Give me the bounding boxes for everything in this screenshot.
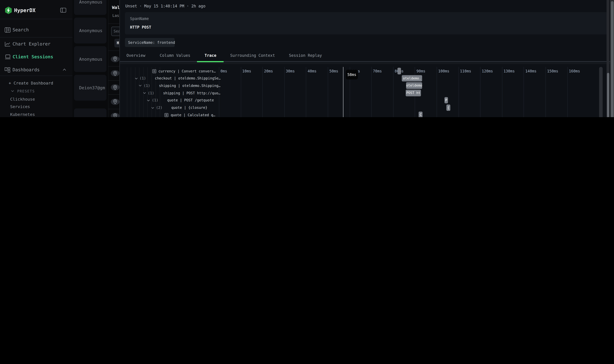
trace-row-label[interactable]: quote | POST /getquote bbox=[167, 98, 214, 102]
mini-divider bbox=[108, 51, 119, 51]
trace-row[interactable]: (2)quote | {closure} bbox=[125, 104, 598, 111]
spanname-label: SpanName bbox=[130, 16, 149, 21]
location-pin-icon bbox=[111, 70, 119, 77]
session-card[interactable]: Anonymous bbox=[74, 46, 106, 72]
client-sessions-icon bbox=[5, 54, 11, 59]
chevron-down-icon[interactable] bbox=[151, 107, 154, 109]
spanname-card bbox=[125, 12, 608, 34]
presets-label: PRESETS bbox=[17, 89, 35, 93]
session-detail-subtitle: Las bbox=[112, 13, 119, 18]
waterfall-scrollbar-track[interactable] bbox=[599, 67, 603, 117]
chevron-down-icon[interactable] bbox=[139, 85, 142, 87]
timeline-event-row[interactable] bbox=[108, 95, 119, 109]
sidebar-divider bbox=[0, 19, 72, 19]
trace-row-label[interactable]: quote | {closure} bbox=[171, 106, 207, 110]
chevron-up-icon bbox=[63, 68, 66, 71]
sidebar-item-search[interactable]: Search bbox=[5, 26, 69, 34]
tab-underline-track bbox=[119, 61, 614, 62]
sidebar-item-clickhouse[interactable]: Clickhouse bbox=[10, 97, 35, 101]
mini-search-placeholder: Sea bbox=[114, 29, 120, 33]
trace-span-bar[interactable]: POST ht bbox=[406, 90, 421, 96]
tab-surrounding-context[interactable]: Surrounding Context bbox=[230, 53, 275, 58]
chevron-down-icon[interactable] bbox=[147, 99, 150, 101]
timeline-event-row[interactable] bbox=[108, 80, 119, 95]
sidebar-item-label: Dashboards bbox=[13, 67, 39, 73]
session-card-user: Anonymous bbox=[79, 0, 103, 5]
tabs-divider bbox=[119, 64, 614, 64]
trace-row-label[interactable]: currency | Convert convers… bbox=[158, 69, 216, 73]
trace-row[interactable]: (1)shipping | oteldemo.Shipping… bbox=[125, 82, 598, 89]
event-meta: Unset · May 15 1:40:14 PM · 2h ago bbox=[125, 4, 206, 8]
trace-row-count: (2) bbox=[156, 106, 162, 110]
hyperdx-logo-icon bbox=[5, 7, 12, 14]
sidebar-item-label: Client Sessions bbox=[13, 54, 53, 60]
spanname-value: HTTP POST bbox=[130, 25, 151, 29]
page-scrollbar-thumb[interactable] bbox=[611, 1, 614, 117]
trace-row-count: (1) bbox=[144, 84, 150, 88]
sidebar-item-label: Search bbox=[13, 27, 29, 32]
mini-tab-label[interactable]: H bbox=[117, 41, 119, 45]
trace-row-count: (1) bbox=[148, 91, 154, 95]
trace-span-bar[interactable] bbox=[397, 68, 401, 74]
brand-title[interactable]: HyperDX bbox=[14, 7, 36, 13]
session-card[interactable]: Anonymous bbox=[74, 18, 106, 43]
session-detail-title: Wal bbox=[112, 5, 120, 10]
location-pin-icon bbox=[111, 56, 119, 62]
trace-span-bar[interactable]: P bbox=[444, 97, 448, 104]
sidebar-item-kubernetes[interactable]: Kubernetes bbox=[10, 112, 35, 117]
trace-row-count: (1) bbox=[152, 98, 158, 102]
tab-column-values[interactable]: Column Values bbox=[160, 53, 190, 58]
chart-explorer-icon bbox=[5, 41, 11, 46]
trace-row-label[interactable]: shipping | POST http://quo… bbox=[163, 91, 221, 95]
trace-row[interactable]: (1)quote | POST /getquote bbox=[125, 97, 598, 104]
tab-session-replay[interactable]: Session Replay bbox=[289, 53, 322, 58]
sidebar-item-label: Chart Explorer bbox=[13, 41, 50, 47]
tab-overview[interactable]: Overview bbox=[127, 53, 145, 58]
sidebar-item-dashboards[interactable]: Dashboards bbox=[5, 66, 69, 74]
collapse-sidebar-icon[interactable] bbox=[60, 8, 66, 13]
trace-row-label[interactable]: checkout | oteldemo.ShippingSe… bbox=[155, 77, 221, 80]
session-card[interactable]: Walton9@ho bbox=[74, 108, 106, 117]
location-pin-icon bbox=[111, 84, 119, 91]
session-card[interactable]: Deion37@gm bbox=[74, 75, 106, 101]
session-card-user: Anonymous bbox=[79, 28, 103, 33]
location-pin-icon bbox=[111, 113, 119, 117]
trace-span-bar[interactable]: C bbox=[419, 112, 423, 117]
hyperdx-app: HyperDX SearchChart ExplorerClient Sessi… bbox=[0, 0, 614, 117]
mini-divider bbox=[108, 24, 119, 24]
chevron-down-icon[interactable] bbox=[143, 92, 146, 94]
chevron-down-icon[interactable] bbox=[134, 78, 138, 79]
trace-span-bar[interactable]: { bbox=[446, 104, 450, 111]
sidebar-item-services[interactable]: Services bbox=[10, 104, 30, 109]
tab-trace[interactable]: Trace bbox=[205, 53, 216, 58]
sidebar-item-chart-explorer[interactable]: Chart Explorer bbox=[5, 41, 69, 49]
cursor-tooltip: 58ms bbox=[346, 70, 358, 79]
trace-row-count: (1) bbox=[140, 77, 146, 80]
trace-row[interactable]: currency | Convert convers… bbox=[125, 67, 598, 75]
create-dashboard-button[interactable]: + Create Dashboard bbox=[9, 81, 53, 85]
location-pin-icon bbox=[111, 99, 119, 105]
service-chip-label[interactable]: ServiceName: frontend bbox=[128, 40, 175, 45]
sidebar-divider bbox=[0, 76, 72, 76]
chevron-down-icon[interactable] bbox=[11, 90, 14, 92]
session-card[interactable]: Anonymous bbox=[74, 0, 106, 15]
dashboards-icon bbox=[5, 67, 10, 72]
search-nav-icon bbox=[5, 27, 11, 32]
trace-row-label[interactable]: quote | Calculated q… bbox=[171, 113, 215, 117]
trace-row-label[interactable]: shipping | oteldemo.Shipping… bbox=[159, 84, 221, 88]
trace-span-bar[interactable]: oteldemo. bbox=[402, 75, 422, 81]
timeline-event-row[interactable] bbox=[108, 109, 119, 117]
trace-row[interactable]: (1)shipping | POST http://quo… bbox=[125, 89, 598, 97]
timeline-event-row[interactable] bbox=[108, 66, 119, 81]
drawer-scrollbar-thumb[interactable] bbox=[607, 73, 609, 117]
trace-row[interactable]: (1)checkout | oteldemo.ShippingSe… bbox=[125, 75, 598, 82]
trace-row[interactable]: quote | Calculated q… bbox=[125, 111, 598, 117]
trace-span-bar[interactable]: oteldemo bbox=[406, 82, 422, 89]
session-card-user: Deion37@gm bbox=[79, 85, 105, 91]
log-doc-icon bbox=[165, 113, 169, 117]
timeline-event-row[interactable] bbox=[108, 52, 119, 67]
sidebar-divider bbox=[0, 37, 72, 38]
sidebar-item-client-sessions[interactable]: Client Sessions bbox=[5, 54, 69, 62]
tab-underline-active bbox=[197, 61, 224, 62]
log-doc-icon bbox=[152, 69, 156, 73]
